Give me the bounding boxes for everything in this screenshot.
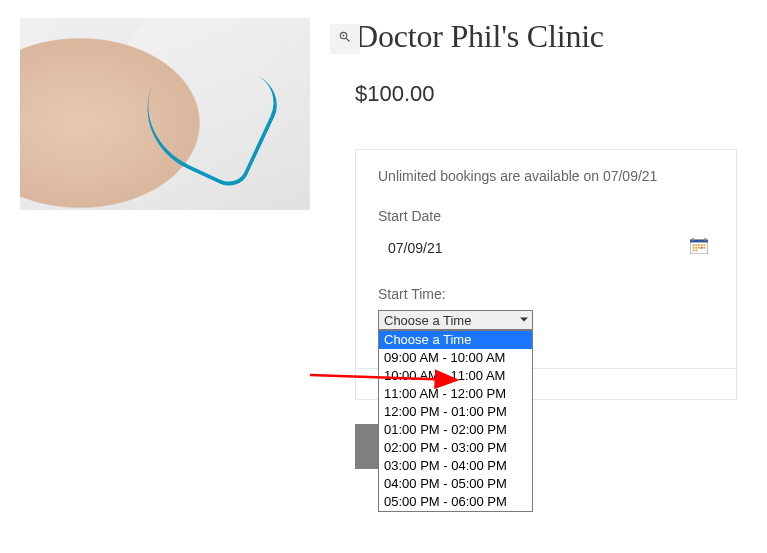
start-date-label: Start Date <box>378 208 714 224</box>
booking-form: Unlimited bookings are available on 07/0… <box>355 149 737 400</box>
svg-rect-3 <box>704 238 706 241</box>
svg-rect-5 <box>695 244 697 246</box>
start-date-value: 07/09/21 <box>388 240 443 256</box>
svg-rect-10 <box>695 247 697 249</box>
time-option[interactable]: 04:00 PM - 05:00 PM <box>379 475 532 493</box>
svg-rect-13 <box>703 247 705 249</box>
svg-rect-12 <box>701 247 703 249</box>
svg-rect-15 <box>695 250 697 252</box>
svg-rect-2 <box>692 238 694 241</box>
start-date-field[interactable]: 07/09/21 <box>378 232 714 264</box>
svg-rect-9 <box>693 247 695 249</box>
magnifier-plus-icon <box>338 30 352 48</box>
product-image[interactable] <box>20 18 310 210</box>
start-time-dropdown[interactable]: Choose a Time09:00 AM - 10:00 AM10:00 AM… <box>378 330 533 512</box>
svg-rect-14 <box>693 250 695 252</box>
availability-text: Unlimited bookings are available on 07/0… <box>378 168 714 184</box>
time-option[interactable]: 05:00 PM - 06:00 PM <box>379 493 532 511</box>
time-option[interactable]: 12:00 PM - 01:00 PM <box>379 403 532 421</box>
start-time-select[interactable]: Choose a Time <box>378 310 533 330</box>
svg-rect-4 <box>693 244 695 246</box>
time-option[interactable]: 03:00 PM - 04:00 PM <box>379 457 532 475</box>
svg-rect-6 <box>698 244 700 246</box>
time-option[interactable]: 11:00 AM - 12:00 PM <box>379 385 532 403</box>
time-option[interactable]: 10:00 AM - 11:00 AM <box>379 367 532 385</box>
product-price: $100.00 <box>355 81 737 107</box>
product-title: Doctor Phil's Clinic <box>355 18 737 55</box>
time-option[interactable]: 01:00 PM - 02:00 PM <box>379 421 532 439</box>
time-option[interactable]: Choose a Time <box>379 331 532 349</box>
product-details: Doctor Phil's Clinic $100.00 Unlimited b… <box>355 18 737 469</box>
time-option[interactable]: 02:00 PM - 03:00 PM <box>379 439 532 457</box>
svg-rect-11 <box>698 247 700 249</box>
time-option[interactable]: 09:00 AM - 10:00 AM <box>379 349 532 367</box>
calendar-icon[interactable] <box>690 238 708 258</box>
zoom-button[interactable] <box>330 24 360 54</box>
svg-rect-7 <box>701 244 703 246</box>
start-time-label: Start Time: <box>378 286 714 302</box>
svg-rect-8 <box>703 244 705 246</box>
